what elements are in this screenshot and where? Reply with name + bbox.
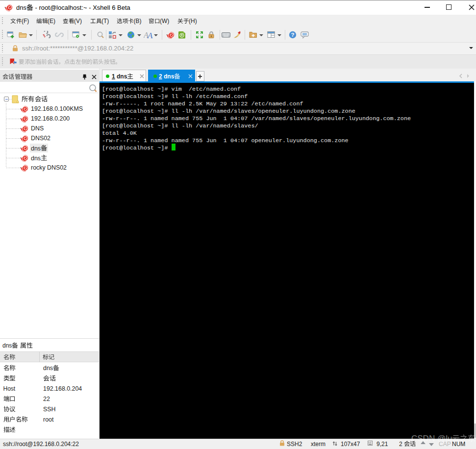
svg-text:A: A xyxy=(147,31,153,39)
svg-text:?: ? xyxy=(291,32,295,38)
